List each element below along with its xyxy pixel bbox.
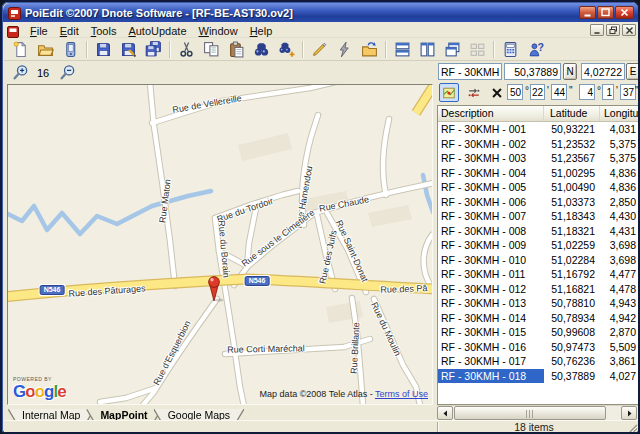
maximize-button[interactable] — [597, 6, 614, 19]
table-row[interactable]: RF - 30KMH - 00251,235325,375 — [438, 137, 638, 152]
cell-description[interactable]: RF - 30KMH - 009 — [438, 238, 544, 253]
cell-description[interactable]: RF - 30KMH - 006 — [438, 195, 544, 210]
save-as-button[interactable] — [116, 39, 141, 60]
title-bar[interactable]: PoiEdit ©2007 Dnote Software - [RF-BE-AS… — [3, 3, 639, 22]
delete-poi-button[interactable] — [488, 85, 505, 101]
scrollbar-thumb[interactable] — [454, 406, 606, 420]
table-row[interactable]: RF - 30KMH - 00951,022593,698 — [438, 238, 638, 253]
latitude-hemisphere-button[interactable]: N — [563, 63, 577, 80]
lat-degrees-field[interactable] — [507, 84, 523, 100]
table-row[interactable]: RF - 30KMH - 00150,932214,031 — [438, 122, 638, 137]
table-row[interactable]: RF - 30KMH - 01151,167924,477 — [438, 267, 638, 282]
copy-button[interactable] — [199, 39, 224, 60]
cell-description[interactable]: RF - 30KMH - 001 — [438, 122, 544, 137]
cell-latitude[interactable]: 51,02259 — [544, 238, 600, 253]
close-button[interactable] — [615, 6, 634, 19]
mdi-close-button[interactable] — [622, 24, 636, 36]
mdi-restore-button[interactable] — [606, 24, 620, 36]
send-to-device-button[interactable] — [58, 39, 83, 60]
cell-latitude[interactable]: 51,16792 — [544, 267, 600, 282]
cell-latitude[interactable]: 51,18343 — [544, 209, 600, 224]
swap-coordinates-button[interactable] — [465, 85, 482, 101]
cell-latitude[interactable]: 51,03373 — [544, 195, 600, 210]
cell-description[interactable]: RF - 30KMH - 008 — [438, 224, 544, 239]
minimize-button[interactable] — [579, 6, 596, 19]
resize-grip[interactable] — [627, 422, 638, 433]
open-file-button[interactable] — [33, 39, 58, 60]
cell-description[interactable]: RF - 30KMH - 011 — [438, 267, 544, 282]
cell-description[interactable]: RF - 30KMH - 016 — [438, 340, 544, 355]
menu-help[interactable]: Help — [244, 24, 279, 38]
cell-longitude[interactable]: 3,698 — [600, 238, 638, 253]
menu-edit[interactable]: Edit — [54, 24, 85, 38]
table-header[interactable]: Description Latitude Longitude — [438, 106, 638, 122]
cell-longitude[interactable]: 4,943 — [600, 296, 638, 311]
cell-longitude[interactable]: 3,698 — [600, 253, 638, 268]
cell-description[interactable]: RF - 30KMH - 003 — [438, 151, 544, 166]
latitude-field[interactable] — [504, 63, 561, 80]
cell-description[interactable]: RF - 30KMH - 005 — [438, 180, 544, 195]
cell-description[interactable]: RF - 30KMH - 017 — [438, 354, 544, 369]
cell-description[interactable]: RF - 30KMH - 012 — [438, 282, 544, 297]
cell-latitude[interactable]: 50,78934 — [544, 311, 600, 326]
cell-longitude[interactable]: 2,850 — [600, 195, 638, 210]
cascade-button[interactable] — [440, 39, 465, 60]
cell-longitude[interactable]: 2,870 — [600, 325, 638, 340]
find-next-button[interactable] — [274, 39, 299, 60]
table-row[interactable]: RF - 30KMH - 01051,022843,698 — [438, 253, 638, 268]
cut-button[interactable] — [174, 39, 199, 60]
cell-description[interactable]: RF - 30KMH - 015 — [438, 325, 544, 340]
show-on-map-toggle[interactable] — [439, 83, 459, 102]
column-header-longitude[interactable]: Longitude — [600, 106, 638, 121]
arrange-icons-button[interactable] — [465, 39, 490, 60]
cell-longitude[interactable]: 4,836 — [600, 180, 638, 195]
table-row[interactable]: RF - 30KMH - 01251,168214,478 — [438, 282, 638, 297]
zoom-in-button[interactable] — [10, 63, 30, 82]
lon-minutes-field[interactable] — [602, 84, 614, 100]
scroll-left-arrow[interactable] — [437, 406, 453, 420]
table-row[interactable]: RF - 30KMH - 01850,378894,027 — [438, 369, 638, 384]
edit-poi-button[interactable] — [307, 39, 332, 60]
table-row[interactable]: RF - 30KMH - 00351,235675,375 — [438, 151, 638, 166]
tile-vertical-button[interactable] — [415, 39, 440, 60]
save-all-button[interactable] — [141, 39, 166, 60]
google-logo[interactable]: POWERED BY Google — [13, 377, 66, 400]
cell-longitude[interactable]: 4,477 — [600, 267, 638, 282]
cell-longitude[interactable]: 4,431 — [600, 224, 638, 239]
lat-minutes-field[interactable] — [530, 84, 545, 100]
lon-seconds-field[interactable] — [620, 84, 636, 100]
cell-description[interactable]: RF - 30KMH - 007 — [438, 209, 544, 224]
cell-longitude[interactable]: 5,375 — [600, 137, 638, 152]
table-row[interactable]: RF - 30KMH - 01650,974735,509 — [438, 340, 638, 355]
cell-latitude[interactable]: 51,00295 — [544, 166, 600, 181]
cell-description[interactable]: RF - 30KMH - 018 — [438, 369, 544, 384]
cell-description[interactable]: RF - 30KMH - 013 — [438, 296, 544, 311]
cell-longitude[interactable]: 4,430 — [600, 209, 638, 224]
table-row[interactable]: RF - 30KMH - 00851,183214,431 — [438, 224, 638, 239]
cell-latitude[interactable]: 51,23532 — [544, 137, 600, 152]
table-row[interactable]: RF - 30KMH - 01750,762363,861 — [438, 354, 638, 369]
cell-latitude[interactable]: 51,02284 — [544, 253, 600, 268]
cell-longitude[interactable]: 4,027 — [600, 369, 638, 384]
zoom-out-button[interactable] — [57, 63, 77, 82]
mdi-minimize-button[interactable] — [590, 24, 604, 36]
map-canvas[interactable]: Rue de VellereilleRue MatonRue du Tordoi… — [8, 85, 432, 404]
table-horizontal-scrollbar[interactable] — [437, 405, 639, 420]
longitude-field[interactable] — [581, 63, 625, 80]
cell-latitude[interactable]: 50,76236 — [544, 354, 600, 369]
cell-latitude[interactable]: 51,00490 — [544, 180, 600, 195]
lat-seconds-field[interactable] — [551, 84, 567, 100]
cell-latitude[interactable]: 50,93221 — [544, 122, 600, 137]
longitude-hemisphere-button[interactable]: E — [626, 63, 640, 80]
table-row[interactable]: RF - 30KMH - 00751,183434,430 — [438, 209, 638, 224]
calculator-button[interactable] — [498, 39, 523, 60]
table-row[interactable]: RF - 30KMH - 00651,033732,850 — [438, 195, 638, 210]
menu-file[interactable]: File — [24, 24, 54, 38]
scroll-right-arrow[interactable] — [621, 406, 637, 420]
cell-longitude[interactable]: 4,478 — [600, 282, 638, 297]
table-row[interactable]: RF - 30KMH - 01350,788104,943 — [438, 296, 638, 311]
new-file-button[interactable] — [8, 39, 33, 60]
table-row[interactable]: RF - 30KMH - 01450,789344,942 — [438, 311, 638, 326]
cell-description[interactable]: RF - 30KMH - 010 — [438, 253, 544, 268]
cell-longitude[interactable]: 4,031 — [600, 122, 638, 137]
